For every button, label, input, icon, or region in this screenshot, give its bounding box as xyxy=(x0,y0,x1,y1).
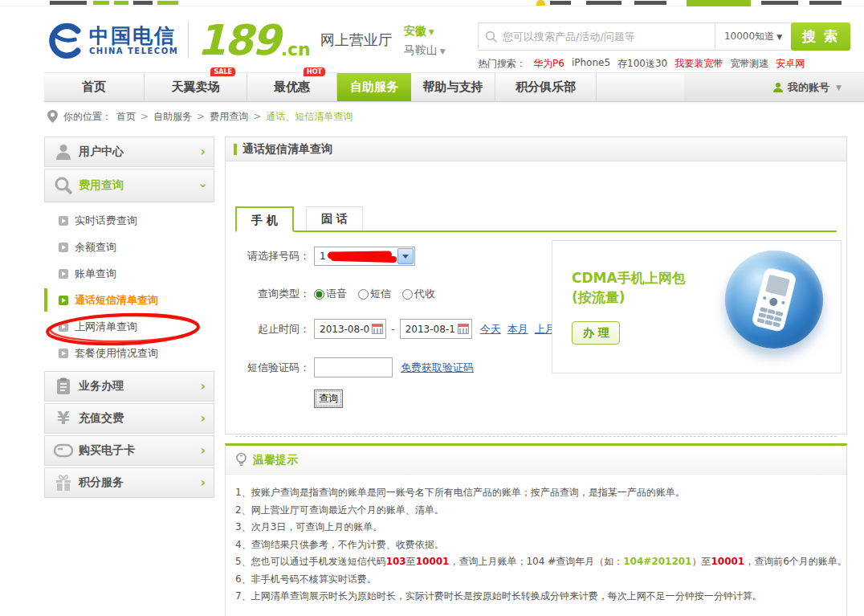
sidebar-item-bill[interactable]: 账单查询 xyxy=(44,260,214,287)
promo-phone-sphere-icon xyxy=(725,251,823,349)
breadcrumb-current: 通话、短信清单查询 xyxy=(266,110,353,124)
redacted-phone-scribble xyxy=(328,251,397,262)
get-sms-code-link[interactable]: 免费获取验证码 xyxy=(401,361,474,375)
phone-number-value: 1 xyxy=(320,251,326,262)
chevron-down-icon: ▼ xyxy=(440,47,446,55)
tip-item-1: 1、按账户查询是指查询的账单是同一账号名下所有电信产品的账单；按产品查询，是指某… xyxy=(235,484,835,502)
brand-logo-group[interactable]: 中国电信 CHINA TELECOM 189 .cn 网上营业厅 安徽▼ 马鞍山… xyxy=(44,18,446,63)
sidebar-item-balance[interactable]: 余额查询 xyxy=(44,234,214,260)
select-dropdown-arrow-icon[interactable] xyxy=(397,248,414,264)
top-utility-bar-clipped xyxy=(0,0,864,6)
tab-bar: 手 机 固 话 xyxy=(235,206,837,232)
sidebar-item-package-usage[interactable]: 套餐使用情况查询 xyxy=(44,340,214,366)
brand-name-cn: 中国电信 xyxy=(89,25,178,47)
city-selector[interactable]: 马鞍山▼ xyxy=(404,42,446,58)
sms-code-input[interactable] xyxy=(314,357,393,377)
nav-item-points-club[interactable]: 积分俱乐部 xyxy=(495,73,597,101)
hot-search-link[interactable]: 安卓网 xyxy=(776,57,805,71)
sidebar-section-fee-query[interactable]: 费用查询 › xyxy=(44,169,214,202)
phone-number-select[interactable]: 1 xyxy=(314,247,415,266)
search-icon xyxy=(485,31,498,43)
submit-row: 查询 xyxy=(226,390,343,408)
radio-collect-input[interactable] xyxy=(402,289,413,300)
clipped-text-fragment xyxy=(809,1,842,5)
fee-query-submenu: 实时话费查询 余额查询 账单查询 通话短信清单查询 上网清单查询 套餐使用情况查… xyxy=(44,204,214,371)
radio-sms[interactable]: 短信 xyxy=(358,287,391,301)
promo-apply-button[interactable]: 办 理 xyxy=(572,321,620,345)
hot-search-row: 热门搜索： 华为P6 iPhone5 存100送30 我要装宽带 宽带测速 安卓… xyxy=(478,57,851,71)
arrow-bullet-icon xyxy=(59,322,68,332)
sidebar-item-internet-detail[interactable]: 上网清单查询 xyxy=(44,313,214,340)
chevron-right-icon: › xyxy=(201,379,206,394)
tips-title: 温馨提示 xyxy=(253,453,298,467)
clipped-text-fragment xyxy=(761,1,798,5)
radio-sms-input[interactable] xyxy=(358,289,369,300)
clipboard-icon xyxy=(53,377,74,395)
search-scope-dropdown[interactable]: 10000知道▼ xyxy=(715,22,791,51)
search-button[interactable]: 搜 索 xyxy=(791,22,850,51)
radio-collect[interactable]: 代收 xyxy=(402,287,435,301)
date-range-row: 起止时间： - 今天 本月 上月 xyxy=(226,319,556,339)
link-today[interactable]: 今天 xyxy=(480,322,501,337)
tab-mobile[interactable]: 手 机 xyxy=(235,206,294,232)
link-this-month[interactable]: 本月 xyxy=(507,322,528,337)
clipped-text-fragment xyxy=(586,1,622,5)
clipped-text-fragment xyxy=(133,1,153,5)
chevron-right-icon: › xyxy=(201,411,206,426)
chevron-down-icon: ▼ xyxy=(836,84,842,92)
sidebar-item-call-sms-detail[interactable]: 通话短信清单查询 xyxy=(44,287,214,313)
user-icon xyxy=(53,143,74,161)
hot-search-link[interactable]: 华为P6 xyxy=(533,57,564,71)
hot-search-link[interactable]: 宽带测速 xyxy=(730,57,768,71)
query-submit-button[interactable]: 查询 xyxy=(314,390,343,408)
sidebar-section-business[interactable]: 业务办理 › xyxy=(44,371,214,402)
calendar-icon[interactable] xyxy=(372,324,383,334)
nav-item-store[interactable]: 天翼卖场 SALE xyxy=(145,73,247,101)
search-input[interactable] xyxy=(503,31,695,43)
calendar-icon[interactable] xyxy=(458,324,469,334)
query-type-row: 查询类型： 语音 短信 代收 xyxy=(226,287,435,301)
sidebar-section-points[interactable]: 积分服务 › xyxy=(44,467,214,498)
province-selector[interactable]: 安徽▼ xyxy=(404,22,446,39)
breadcrumb-link-self-service[interactable]: 自助服务 xyxy=(153,110,192,124)
user-icon xyxy=(772,82,784,93)
hot-search-link[interactable]: 存100送30 xyxy=(617,57,667,71)
chevron-right-icon: › xyxy=(201,475,206,490)
hot-search-link[interactable]: iPhone5 xyxy=(572,57,610,71)
search-icon xyxy=(53,176,74,195)
nav-item-self-service[interactable]: 自助服务 xyxy=(337,73,411,101)
radio-voice-input[interactable] xyxy=(314,289,324,300)
clipped-text-fragment xyxy=(157,1,178,5)
tab-landline[interactable]: 固 话 xyxy=(306,206,363,230)
tips-list: 1、按账户查询是指查询的账单是同一账号名下所有电信产品的账单；按产品查询，是指某… xyxy=(226,475,846,606)
nav-item-deals[interactable]: 最优惠 HOT xyxy=(247,73,337,101)
date-from-input[interactable] xyxy=(320,324,369,335)
panel-titlebar: 通话短信清单查询 xyxy=(226,137,846,161)
nav-item-home[interactable]: 首页 xyxy=(44,73,145,101)
sidebar-section-user-center[interactable]: 用户中心 › xyxy=(44,137,214,167)
panel-body: 手 机 固 话 请选择号码： 1 查询类型： 语音 短信 代收 xyxy=(226,161,846,434)
query-panel: 通话短信清单查询 手 机 固 话 请选择号码： 1 查询类型： 语音 短信 xyxy=(225,137,847,434)
radio-voice[interactable]: 语音 xyxy=(314,287,347,301)
my-account-menu[interactable]: 我的账号 ▼ xyxy=(684,73,864,101)
breadcrumb: 你的位置： 首页 > 自助服务 > 费用查询 > 通话、短信清单查询 xyxy=(47,109,353,124)
chevron-right-icon: › xyxy=(201,443,206,458)
clipped-text-fragment xyxy=(93,1,109,5)
date-dash: - xyxy=(391,323,395,335)
sidebar-section-ecard[interactable]: 购买电子卡 › xyxy=(44,435,214,466)
nav-item-help[interactable]: 帮助与支持 xyxy=(411,73,495,101)
sidebar-item-realtime-fee[interactable]: 实时话费查询 xyxy=(44,207,214,234)
sidebar-section-recharge[interactable]: ¥ 充值交费 › xyxy=(44,403,214,434)
date-to-input[interactable] xyxy=(406,324,455,335)
hot-search-link[interactable]: 我要装宽带 xyxy=(674,57,723,71)
query-type-label: 查询类型： xyxy=(226,287,310,301)
date-from-box xyxy=(314,319,386,339)
main-nav: 首页 天翼卖场 SALE 最优惠 HOT 自助服务 帮助与支持 积分俱乐部 我的… xyxy=(44,72,864,102)
location-pin-icon xyxy=(47,109,59,124)
clipped-text-fragment xyxy=(634,1,666,5)
breadcrumb-link-fee-query[interactable]: 费用查询 xyxy=(210,110,248,124)
clipped-active-tab xyxy=(687,0,751,6)
hot-badge: HOT xyxy=(304,67,325,76)
breadcrumb-link-home[interactable]: 首页 xyxy=(116,110,136,124)
tips-header: 温馨提示 xyxy=(226,446,846,475)
